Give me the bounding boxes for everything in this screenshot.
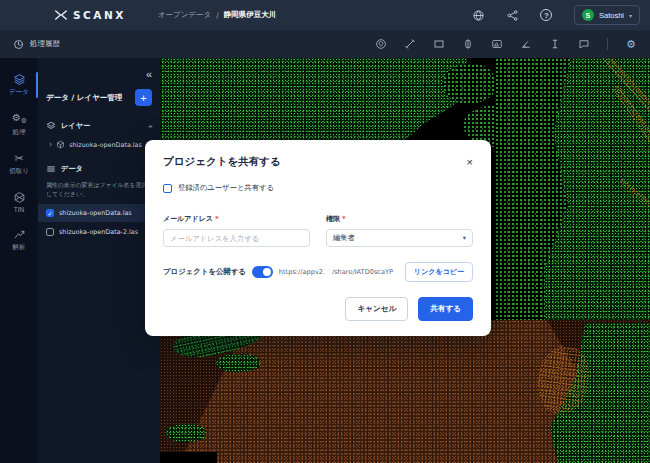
area-select-icon[interactable] — [433, 38, 445, 50]
layer-item[interactable]: › shizuoka-openData.las — [49, 140, 152, 149]
pointcloud-region — [443, 64, 495, 104]
user-name: Satoshi — [599, 11, 624, 20]
cube-icon — [56, 140, 65, 149]
layers-icon — [13, 73, 26, 86]
layer-name: shizuoka-openData.las — [69, 141, 142, 149]
clock-icon — [13, 39, 24, 50]
data-file-name: shizuoka-openData-2.las — [59, 228, 138, 236]
toolbar-divider — [607, 38, 608, 50]
sidebar-label: データ — [9, 88, 29, 97]
chevron-up-icon[interactable]: › — [146, 124, 155, 127]
chevron-right-icon[interactable]: › — [49, 140, 52, 149]
sidebar-item-process[interactable]: ⚙⚙ 処理 — [0, 110, 38, 139]
permission-select[interactable]: 編集者 ▾ — [326, 229, 473, 247]
sidebar-item-clip[interactable]: ✂ 切取り — [0, 150, 38, 178]
logo-icon — [54, 8, 68, 22]
toggle-knob — [263, 268, 271, 276]
data-file-row[interactable]: ✓ shizuoka-openData.las — [38, 204, 160, 222]
history-label: 処理履歴 — [30, 39, 60, 49]
close-icon[interactable]: × — [467, 157, 473, 168]
breadcrumb-parent[interactable]: オープンデータ — [158, 10, 211, 20]
copy-link-button[interactable]: リンクをコピー — [405, 262, 473, 282]
globe-icon[interactable] — [472, 9, 485, 22]
data-file-row[interactable]: shizuoka-openData-2.las — [38, 223, 160, 241]
sidebar-label: 解析 — [13, 243, 26, 252]
pointcloud-region — [216, 354, 260, 372]
gears-icon: ⚙⚙ — [12, 112, 26, 126]
toolbar: 処理履歴 — [0, 30, 650, 58]
email-field[interactable] — [163, 229, 310, 247]
app-window: SCANX オープンデータ / 静岡県伊豆大川 ? S Satoshi ▾ — [0, 0, 650, 463]
angle-measure-icon[interactable] — [520, 38, 532, 50]
profile-chart-icon[interactable] — [491, 38, 503, 50]
comment-icon[interactable] — [578, 38, 590, 50]
publish-toggle[interactable] — [252, 266, 273, 278]
help-icon[interactable]: ? — [540, 9, 553, 22]
publish-label: プロジェクトを公開する — [163, 267, 246, 277]
user-menu[interactable]: S Satoshi ▾ — [574, 5, 640, 25]
share-icon[interactable] — [506, 9, 519, 22]
sidebar-label: 処理 — [13, 128, 26, 137]
collapse-panel-icon[interactable]: « — [146, 69, 152, 79]
viewport-black-strip — [160, 452, 217, 463]
tin-mesh-icon — [13, 191, 26, 204]
sidebar-label: 切取り — [9, 167, 29, 176]
breadcrumb-separator: / — [216, 11, 219, 20]
chevron-down-icon: ▾ — [629, 12, 632, 19]
height-measure-icon[interactable] — [549, 38, 561, 50]
measure-line-icon[interactable] — [404, 38, 416, 50]
history-button[interactable]: 処理履歴 — [13, 39, 60, 50]
share-registered-users-row[interactable]: 登録済のユーザーと共有する — [163, 183, 473, 193]
header: SCANX オープンデータ / 静岡県伊豆大川 ? S Satoshi ▾ — [0, 0, 650, 30]
sidebar-label: TIN — [14, 206, 24, 213]
sidebar-item-data[interactable]: データ — [0, 71, 38, 99]
breadcrumb: オープンデータ / 静岡県伊豆大川 — [158, 10, 276, 20]
data-layer-panel: « データ / レイヤー管理 + レイヤー › › shizuoka-openD… — [38, 58, 160, 463]
panel-title: データ / レイヤー管理 — [46, 93, 122, 103]
sidebar-item-tin[interactable]: TIN — [0, 189, 38, 215]
add-data-button[interactable]: + — [135, 89, 152, 106]
layers-icon — [46, 121, 56, 131]
layers-section: レイヤー › › shizuoka-openData.las — [46, 121, 152, 149]
share-url-prefix: https://appv2. — [279, 268, 325, 276]
share-project-modal: プロジェクトを共有する × 登録済のユーザーと共有する メールアドレス* 権限*… — [145, 140, 491, 336]
trend-arrow-icon — [13, 228, 26, 241]
cancel-button[interactable]: キャンセル — [345, 297, 408, 321]
checkbox-checked[interactable]: ✓ — [46, 209, 54, 217]
share-checkbox-label: 登録済のユーザーと共有する — [178, 183, 274, 193]
scissors-icon: ✂ — [14, 152, 23, 165]
permission-value: 編集者 — [333, 233, 355, 243]
sidebar-item-analysis[interactable]: 解析 — [0, 226, 38, 254]
menu-icon — [46, 164, 56, 174]
measure-tools: ⚙ — [375, 38, 637, 50]
settings-gear-icon[interactable]: ⚙ — [625, 38, 637, 50]
share-url: https://appv2. /share/IATD0scaYP — [279, 268, 399, 276]
checkbox-unchecked[interactable] — [46, 228, 54, 236]
share-url-suffix: /share/IATD0scaYP — [332, 268, 393, 276]
clip-cylinder-icon[interactable] — [462, 38, 474, 50]
email-label: メールアドレス — [163, 215, 213, 223]
share-submit-button[interactable]: 共有する — [418, 297, 473, 321]
required-mark: * — [215, 215, 219, 223]
data-section: データ 属性の表示の変更はファイル名を選択してください。 ✓ shizuoka-… — [46, 164, 152, 241]
required-mark: * — [342, 215, 346, 223]
avatar: S — [582, 9, 594, 21]
breadcrumb-current: 静岡県伊豆大川 — [224, 10, 277, 20]
pointcloud-region — [166, 424, 206, 442]
modal-title: プロジェクトを共有する — [163, 155, 281, 169]
data-helper-text: 属性の表示の変更はファイル名を選択してください。 — [46, 181, 152, 199]
layers-section-title: レイヤー — [61, 121, 90, 131]
logo: SCANX — [54, 8, 126, 22]
point-marker-icon[interactable] — [375, 38, 387, 50]
header-actions: ? S Satoshi ▾ — [472, 5, 640, 25]
logo-text: SCANX — [73, 9, 126, 21]
permission-label: 権限 — [326, 215, 340, 223]
sidebar-rail: データ ⚙⚙ 処理 ✂ 切取り TIN 解析 — [0, 58, 38, 463]
chevron-down-icon: ▾ — [463, 234, 466, 242]
data-file-name: shizuoka-openData.las — [59, 209, 132, 217]
checkbox-unchecked[interactable] — [163, 184, 172, 193]
data-section-title: データ — [61, 164, 83, 174]
